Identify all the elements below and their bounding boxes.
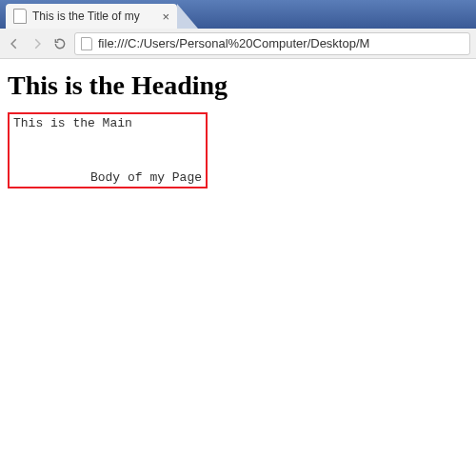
forward-button[interactable] <box>29 35 46 52</box>
main-body-line1: This is the Main <box>13 116 132 130</box>
tab-title: This is the Title of my <box>32 10 140 23</box>
back-button[interactable] <box>6 35 23 52</box>
page-heading: This is the Heading <box>8 70 468 101</box>
close-icon[interactable]: × <box>162 10 169 24</box>
tab-strip: This is the Title of my × <box>0 0 476 29</box>
reload-button[interactable] <box>51 35 69 52</box>
main-body-box: This is the Main Body of my Page <box>8 112 208 188</box>
address-bar[interactable]: file:///C:/Users/Personal%20Computer/Des… <box>74 32 470 55</box>
url-text: file:///C:/Users/Personal%20Computer/Des… <box>98 36 369 50</box>
page-icon <box>81 37 92 50</box>
page-viewport: This is the Heading This is the Main Bod… <box>0 59 476 194</box>
main-body-line2: Body of my Page <box>90 170 202 185</box>
browser-tab[interactable]: This is the Title of my × <box>6 4 177 29</box>
browser-toolbar: file:///C:/Users/Personal%20Computer/Des… <box>0 29 476 59</box>
